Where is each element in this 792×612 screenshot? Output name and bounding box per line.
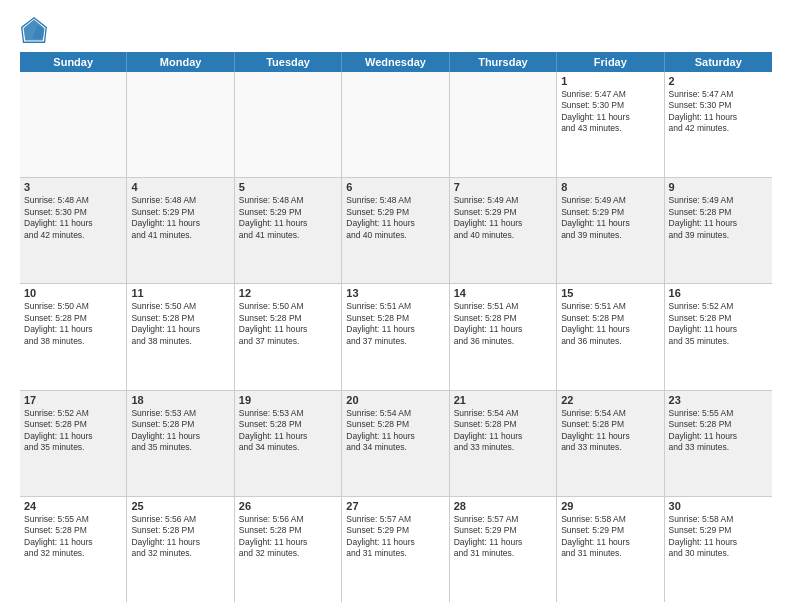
calendar-cell: 26Sunrise: 5:56 AMSunset: 5:28 PMDayligh…	[235, 497, 342, 602]
day-info: Sunrise: 5:48 AMSunset: 5:29 PMDaylight:…	[131, 195, 229, 241]
day-info: Sunrise: 5:52 AMSunset: 5:28 PMDaylight:…	[669, 301, 768, 347]
day-number: 15	[561, 287, 659, 299]
calendar-cell	[20, 72, 127, 177]
day-info: Sunrise: 5:54 AMSunset: 5:28 PMDaylight:…	[454, 408, 552, 454]
day-info: Sunrise: 5:52 AMSunset: 5:28 PMDaylight:…	[24, 408, 122, 454]
day-info: Sunrise: 5:49 AMSunset: 5:29 PMDaylight:…	[454, 195, 552, 241]
calendar-cell	[342, 72, 449, 177]
day-number: 5	[239, 181, 337, 193]
day-info: Sunrise: 5:54 AMSunset: 5:28 PMDaylight:…	[561, 408, 659, 454]
header	[20, 16, 772, 44]
day-number: 4	[131, 181, 229, 193]
calendar-row: 3Sunrise: 5:48 AMSunset: 5:30 PMDaylight…	[20, 178, 772, 284]
calendar-cell: 22Sunrise: 5:54 AMSunset: 5:28 PMDayligh…	[557, 391, 664, 496]
calendar-cell: 4Sunrise: 5:48 AMSunset: 5:29 PMDaylight…	[127, 178, 234, 283]
day-number: 3	[24, 181, 122, 193]
calendar-cell: 24Sunrise: 5:55 AMSunset: 5:28 PMDayligh…	[20, 497, 127, 602]
day-number: 13	[346, 287, 444, 299]
calendar-cell: 13Sunrise: 5:51 AMSunset: 5:28 PMDayligh…	[342, 284, 449, 389]
calendar-cell: 29Sunrise: 5:58 AMSunset: 5:29 PMDayligh…	[557, 497, 664, 602]
day-number: 21	[454, 394, 552, 406]
day-info: Sunrise: 5:47 AMSunset: 5:30 PMDaylight:…	[561, 89, 659, 135]
day-info: Sunrise: 5:57 AMSunset: 5:29 PMDaylight:…	[346, 514, 444, 560]
logo	[20, 16, 50, 44]
calendar-cell: 5Sunrise: 5:48 AMSunset: 5:29 PMDaylight…	[235, 178, 342, 283]
day-number: 16	[669, 287, 768, 299]
calendar-cell: 20Sunrise: 5:54 AMSunset: 5:28 PMDayligh…	[342, 391, 449, 496]
calendar-cell: 19Sunrise: 5:53 AMSunset: 5:28 PMDayligh…	[235, 391, 342, 496]
header-cell-saturday: Saturday	[665, 52, 772, 72]
calendar-cell: 28Sunrise: 5:57 AMSunset: 5:29 PMDayligh…	[450, 497, 557, 602]
day-number: 25	[131, 500, 229, 512]
day-number: 14	[454, 287, 552, 299]
day-number: 27	[346, 500, 444, 512]
calendar-cell	[450, 72, 557, 177]
day-info: Sunrise: 5:58 AMSunset: 5:29 PMDaylight:…	[669, 514, 768, 560]
header-cell-monday: Monday	[127, 52, 234, 72]
calendar-cell: 14Sunrise: 5:51 AMSunset: 5:28 PMDayligh…	[450, 284, 557, 389]
logo-icon	[20, 16, 48, 44]
calendar-cell: 23Sunrise: 5:55 AMSunset: 5:28 PMDayligh…	[665, 391, 772, 496]
day-info: Sunrise: 5:58 AMSunset: 5:29 PMDaylight:…	[561, 514, 659, 560]
calendar-body: 1Sunrise: 5:47 AMSunset: 5:30 PMDaylight…	[20, 72, 772, 602]
calendar-cell: 12Sunrise: 5:50 AMSunset: 5:28 PMDayligh…	[235, 284, 342, 389]
day-info: Sunrise: 5:48 AMSunset: 5:29 PMDaylight:…	[239, 195, 337, 241]
day-info: Sunrise: 5:53 AMSunset: 5:28 PMDaylight:…	[131, 408, 229, 454]
day-number: 19	[239, 394, 337, 406]
day-number: 24	[24, 500, 122, 512]
day-number: 17	[24, 394, 122, 406]
page: SundayMondayTuesdayWednesdayThursdayFrid…	[0, 0, 792, 612]
header-cell-sunday: Sunday	[20, 52, 127, 72]
day-info: Sunrise: 5:51 AMSunset: 5:28 PMDaylight:…	[561, 301, 659, 347]
day-number: 10	[24, 287, 122, 299]
day-info: Sunrise: 5:51 AMSunset: 5:28 PMDaylight:…	[346, 301, 444, 347]
calendar: SundayMondayTuesdayWednesdayThursdayFrid…	[20, 52, 772, 602]
calendar-cell: 21Sunrise: 5:54 AMSunset: 5:28 PMDayligh…	[450, 391, 557, 496]
day-number: 1	[561, 75, 659, 87]
day-info: Sunrise: 5:55 AMSunset: 5:28 PMDaylight:…	[669, 408, 768, 454]
calendar-cell: 15Sunrise: 5:51 AMSunset: 5:28 PMDayligh…	[557, 284, 664, 389]
calendar-cell: 6Sunrise: 5:48 AMSunset: 5:29 PMDaylight…	[342, 178, 449, 283]
day-number: 12	[239, 287, 337, 299]
day-number: 26	[239, 500, 337, 512]
day-number: 23	[669, 394, 768, 406]
calendar-cell: 27Sunrise: 5:57 AMSunset: 5:29 PMDayligh…	[342, 497, 449, 602]
calendar-cell: 16Sunrise: 5:52 AMSunset: 5:28 PMDayligh…	[665, 284, 772, 389]
day-info: Sunrise: 5:50 AMSunset: 5:28 PMDaylight:…	[131, 301, 229, 347]
day-info: Sunrise: 5:49 AMSunset: 5:29 PMDaylight:…	[561, 195, 659, 241]
day-info: Sunrise: 5:51 AMSunset: 5:28 PMDaylight:…	[454, 301, 552, 347]
day-number: 11	[131, 287, 229, 299]
day-number: 18	[131, 394, 229, 406]
day-info: Sunrise: 5:48 AMSunset: 5:30 PMDaylight:…	[24, 195, 122, 241]
calendar-header: SundayMondayTuesdayWednesdayThursdayFrid…	[20, 52, 772, 72]
calendar-cell: 11Sunrise: 5:50 AMSunset: 5:28 PMDayligh…	[127, 284, 234, 389]
calendar-cell: 30Sunrise: 5:58 AMSunset: 5:29 PMDayligh…	[665, 497, 772, 602]
day-info: Sunrise: 5:56 AMSunset: 5:28 PMDaylight:…	[131, 514, 229, 560]
calendar-cell: 10Sunrise: 5:50 AMSunset: 5:28 PMDayligh…	[20, 284, 127, 389]
day-number: 2	[669, 75, 768, 87]
day-number: 7	[454, 181, 552, 193]
day-number: 28	[454, 500, 552, 512]
header-cell-friday: Friday	[557, 52, 664, 72]
day-number: 6	[346, 181, 444, 193]
header-cell-thursday: Thursday	[450, 52, 557, 72]
calendar-cell: 1Sunrise: 5:47 AMSunset: 5:30 PMDaylight…	[557, 72, 664, 177]
calendar-cell	[127, 72, 234, 177]
day-info: Sunrise: 5:47 AMSunset: 5:30 PMDaylight:…	[669, 89, 768, 135]
day-number: 20	[346, 394, 444, 406]
day-info: Sunrise: 5:49 AMSunset: 5:28 PMDaylight:…	[669, 195, 768, 241]
day-info: Sunrise: 5:48 AMSunset: 5:29 PMDaylight:…	[346, 195, 444, 241]
calendar-cell: 7Sunrise: 5:49 AMSunset: 5:29 PMDaylight…	[450, 178, 557, 283]
day-number: 22	[561, 394, 659, 406]
day-number: 9	[669, 181, 768, 193]
day-number: 8	[561, 181, 659, 193]
day-number: 30	[669, 500, 768, 512]
calendar-cell: 9Sunrise: 5:49 AMSunset: 5:28 PMDaylight…	[665, 178, 772, 283]
calendar-row: 17Sunrise: 5:52 AMSunset: 5:28 PMDayligh…	[20, 391, 772, 497]
calendar-cell: 25Sunrise: 5:56 AMSunset: 5:28 PMDayligh…	[127, 497, 234, 602]
calendar-cell: 3Sunrise: 5:48 AMSunset: 5:30 PMDaylight…	[20, 178, 127, 283]
day-info: Sunrise: 5:56 AMSunset: 5:28 PMDaylight:…	[239, 514, 337, 560]
day-info: Sunrise: 5:50 AMSunset: 5:28 PMDaylight:…	[24, 301, 122, 347]
calendar-row: 1Sunrise: 5:47 AMSunset: 5:30 PMDaylight…	[20, 72, 772, 178]
day-number: 29	[561, 500, 659, 512]
